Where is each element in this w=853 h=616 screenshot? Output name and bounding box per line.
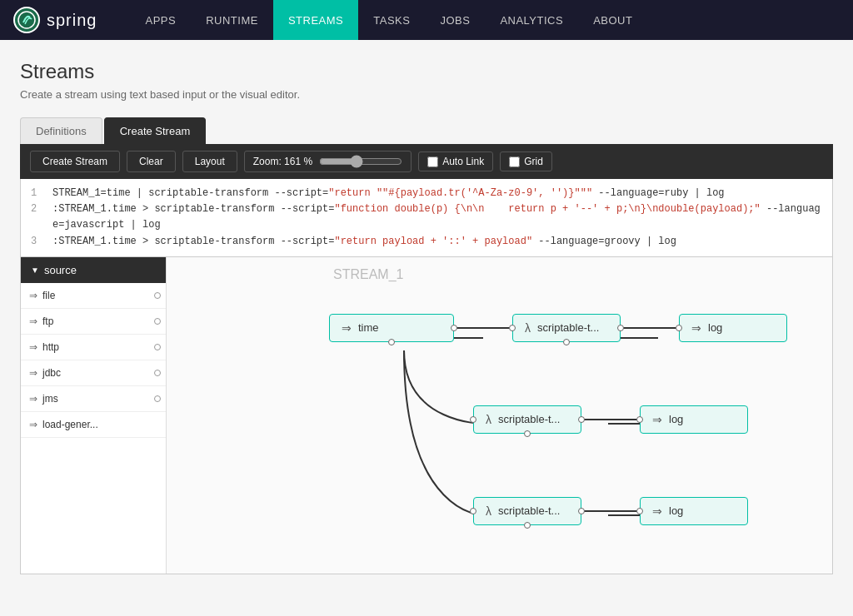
stream-row-2: λ scriptable-t... ⇒ log (473, 405, 748, 434)
node-scriptable-3-label: scriptable-t... (498, 504, 560, 517)
grid-toggle[interactable]: Grid (500, 152, 552, 171)
page-title: Streams (20, 60, 833, 83)
node-log-2-label: log (669, 413, 683, 425)
node-script1-icon: λ (525, 321, 531, 335)
sidebar-item-jdbc[interactable]: ⇒ jdbc (21, 360, 166, 386)
clear-button[interactable]: Clear (127, 151, 176, 172)
connector-script1-log1 (621, 327, 679, 329)
node-script1-right-connector (617, 325, 624, 331)
sidebar-item-load-gen[interactable]: ⇒ load-gener... (21, 412, 166, 438)
sidebar-dot-ftp (154, 318, 161, 325)
node-scriptable-3[interactable]: λ scriptable-t... (473, 497, 581, 525)
nav-analytics[interactable]: ANALYTICS (485, 0, 578, 40)
node-time-bottom-connector (388, 339, 395, 345)
tabs: Definitions Create Stream (20, 117, 833, 144)
nav-apps[interactable]: APPS (130, 0, 191, 40)
canvas: STREAM_1 ⇒ time (167, 257, 832, 574)
node-scriptable-1[interactable]: λ scriptable-t... (512, 314, 621, 342)
logo-text: spring (47, 11, 97, 30)
source-icon-http: ⇒ (29, 341, 37, 353)
zoom-label: Zoom: 161 % (253, 156, 312, 167)
auto-link-toggle[interactable]: Auto Link (418, 152, 493, 171)
node-scriptable-2-label: scriptable-t... (498, 413, 560, 425)
node-log2-left-connector (636, 416, 643, 423)
logo-icon (13, 7, 40, 33)
sidebar-label-load-gen: load-gener... (42, 419, 98, 430)
node-scriptable-1-label: scriptable-t... (537, 321, 599, 334)
node-script2-icon: λ (486, 413, 491, 426)
node-log-2[interactable]: ⇒ log (640, 405, 748, 434)
node-script3-left-connector (470, 508, 476, 514)
source-icon-file: ⇒ (29, 290, 37, 301)
node-log-3-label: log (669, 504, 683, 517)
node-time-icon: ⇒ (342, 321, 352, 335)
node-script2-left-connector (470, 416, 476, 423)
navbar: spring APPS RUNTIME STREAMS TASKS JOBS A… (0, 0, 853, 40)
stream-row-3: λ scriptable-t... ⇒ log (473, 497, 748, 525)
source-icon-load-gen: ⇒ (29, 419, 37, 430)
page: Streams Create a stream using text based… (0, 40, 853, 574)
grid-checkbox[interactable] (509, 156, 520, 167)
node-log-1[interactable]: ⇒ log (679, 314, 787, 342)
node-log1-left-connector (676, 325, 682, 331)
sidebar-collapse-icon[interactable]: ▼ (31, 266, 39, 275)
sidebar-item-ftp[interactable]: ⇒ ftp (21, 309, 166, 335)
layout-button[interactable]: Layout (182, 151, 237, 172)
sidebar-item-http[interactable]: ⇒ http (21, 335, 166, 360)
zoom-control: Zoom: 161 % (244, 151, 412, 172)
code-line-3: 3 :STREAM_1.time > scriptable-transform … (31, 234, 822, 250)
page-subtitle: Create a stream using text based input o… (20, 88, 833, 101)
nav-runtime[interactable]: RUNTIME (191, 0, 273, 40)
source-icon-jms: ⇒ (29, 393, 37, 405)
sidebar-label-http: http (42, 341, 59, 353)
sidebar-title: source (44, 264, 77, 276)
connector-script2-log2 (581, 419, 640, 420)
grid-label: Grid (524, 156, 543, 167)
create-stream-button[interactable]: Create Stream (30, 151, 120, 172)
nav-links: APPS RUNTIME STREAMS TASKS JOBS ANALYTIC… (130, 0, 647, 40)
sidebar-item-jms[interactable]: ⇒ jms (21, 386, 166, 412)
canvas-area: ▼ source ⇒ file ⇒ ftp ⇒ http ⇒ jdbc (20, 257, 833, 574)
auto-link-checkbox[interactable] (427, 156, 438, 167)
sidebar-dot-jdbc (154, 370, 161, 376)
node-log3-left-connector (636, 508, 643, 514)
node-time-label: time (358, 321, 379, 334)
node-script3-right-connector (578, 508, 585, 514)
sidebar: ▼ source ⇒ file ⇒ ftp ⇒ http ⇒ jdbc (21, 257, 167, 574)
source-icon-ftp: ⇒ (29, 315, 37, 327)
node-script3-bottom-connector (524, 522, 531, 529)
tab-definitions[interactable]: Definitions (20, 117, 102, 144)
nav-streams[interactable]: STREAMS (273, 0, 358, 40)
tab-create-stream[interactable]: Create Stream (104, 117, 207, 144)
nav-about[interactable]: ABOUT (578, 0, 647, 40)
sidebar-label-jms: jms (42, 393, 58, 405)
source-icon-jdbc: ⇒ (29, 367, 37, 379)
sidebar-item-file[interactable]: ⇒ file (21, 283, 166, 309)
sidebar-dot-file (154, 292, 161, 299)
stream-row-1: ⇒ time λ scriptable-t... ⇒ log (329, 314, 787, 342)
node-time-right-connector (451, 325, 457, 331)
code-line-1: 1 STREAM_1=time | scriptable-transform -… (31, 186, 822, 201)
logo: spring (13, 7, 97, 33)
nav-jobs[interactable]: JOBS (425, 0, 485, 40)
nav-tasks[interactable]: TASKS (358, 0, 425, 40)
node-time[interactable]: ⇒ time (329, 314, 454, 342)
node-script1-bottom-connector (563, 339, 570, 345)
node-script3-icon: λ (486, 504, 491, 518)
node-script2-right-connector (578, 416, 585, 423)
stream-label: STREAM_1 (333, 267, 403, 282)
node-log3-icon: ⇒ (652, 504, 662, 518)
node-log-3[interactable]: ⇒ log (640, 497, 748, 525)
node-log-1-label: log (708, 321, 722, 334)
connector-script3-log3 (581, 510, 640, 512)
sidebar-header: ▼ source (21, 257, 166, 283)
sidebar-dot-jms (154, 395, 161, 402)
node-log2-icon: ⇒ (652, 413, 662, 426)
code-editor[interactable]: 1 STREAM_1=time | scriptable-transform -… (20, 179, 833, 257)
sidebar-dot-http (154, 344, 161, 350)
node-log1-icon: ⇒ (691, 321, 701, 335)
zoom-slider[interactable] (319, 155, 402, 168)
node-script2-bottom-connector (524, 430, 531, 437)
node-script1-left-connector (509, 325, 516, 331)
node-scriptable-2[interactable]: λ scriptable-t... (473, 405, 581, 434)
